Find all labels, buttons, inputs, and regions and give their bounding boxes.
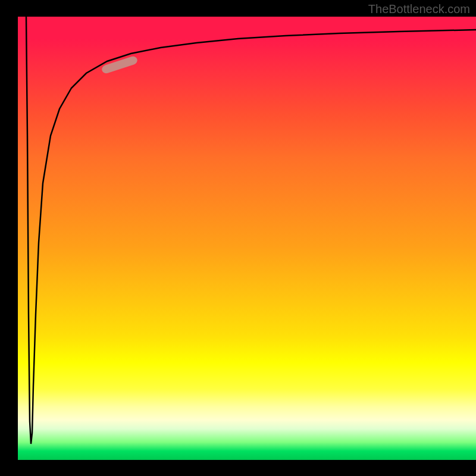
chart-container: TheBottleneck.com (0, 0, 476, 476)
curve-svg (18, 17, 476, 460)
watermark-text: TheBottleneck.com (368, 2, 470, 16)
plot-area (18, 17, 476, 460)
curve-marker (101, 55, 138, 74)
bottleneck-curve-line (26, 17, 476, 444)
